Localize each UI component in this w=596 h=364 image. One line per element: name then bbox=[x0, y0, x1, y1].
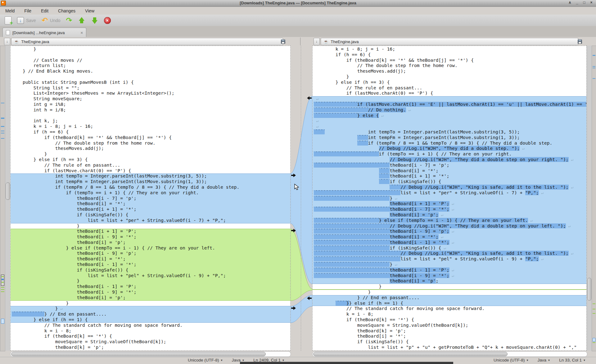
code-line[interactable]: // The standard catch for moving one spa… bbox=[313, 306, 586, 312]
left-horizontal-scrollbar-thumb[interactable] bbox=[11, 352, 266, 356]
code-line[interactable]: list = list + "per" + String.valueOf(i -… bbox=[11, 218, 290, 223]
right-code-pane[interactable]: k = i - 8; j = i - 16; if (h == 6) { if … bbox=[312, 46, 587, 351]
right-vertical-scrollbar[interactable] bbox=[587, 46, 592, 351]
left-file-selector[interactable]: ☕ TheEngine.java bbox=[11, 38, 283, 45]
code-line[interactable]: theBoard[i + 1] = '*'; bbox=[313, 173, 586, 179]
code-line[interactable]: if (theBoard[k] == '*' && theBoard[j] ==… bbox=[11, 135, 290, 141]
code-line[interactable]: if (tempTo == i + 1) { // They are on yo… bbox=[11, 190, 290, 196]
code-line[interactable]: String moveSquare; bbox=[11, 96, 290, 102]
tab-close-icon[interactable]: × bbox=[80, 30, 83, 35]
code-line[interactable]: } // End Black King moves. bbox=[11, 69, 290, 74]
code-line[interactable]: list = list + "per" + String.valueOf(i -… bbox=[313, 190, 586, 196]
code-line[interactable]: } else { ↵ bbox=[313, 113, 586, 119]
diff-chunk-green[interactable]: theBoard[i + 1] = 'P'; theBoard[i - 9] =… bbox=[11, 229, 290, 300]
code-line[interactable]: theBoard[i - 7] = '*'; ↵ bbox=[313, 207, 586, 212]
code-line[interactable]: if (isKingSafe()) { ↵ bbox=[313, 245, 586, 251]
code-line[interactable]: // The rule of en passant... bbox=[11, 163, 290, 168]
code-line[interactable]: if (tempTo == i + 1) { // They are on yo… bbox=[313, 151, 586, 157]
right-pane-menu-button[interactable]: ↓ bbox=[314, 38, 320, 45]
code-line[interactable]: }} else if (h == 1) { bbox=[313, 301, 586, 306]
code-line[interactable]: theBoard[i - 7] = 'p'; bbox=[11, 196, 290, 201]
code-line[interactable]: k = i - 8; j = i - 16; bbox=[11, 124, 290, 129]
menu-meld[interactable]: Meld bbox=[4, 8, 16, 14]
code-line[interactable]: moveSquare = String.valueOf(theBoard[k])… bbox=[11, 339, 290, 345]
code-line[interactable]: theBoard[i - 9] = '*'; bbox=[11, 234, 290, 240]
code-line[interactable]: k = i - 8; j = i - 16; bbox=[313, 47, 586, 52]
code-line[interactable]: k = i - 8; bbox=[313, 312, 586, 317]
left-save-file-button[interactable] bbox=[279, 38, 287, 44]
right-save-file-button[interactable] bbox=[576, 38, 584, 44]
code-line[interactable]: theBoard[i - 1] = '*'; ↵ bbox=[313, 240, 586, 245]
code-line[interactable]: if (theBoard[k] == '*' && theBoard[j] ==… bbox=[313, 58, 586, 63]
menu-edit[interactable]: Edit bbox=[40, 8, 50, 14]
code-line[interactable]: theBoard[i + 1] = '*'; bbox=[11, 207, 290, 212]
code-line[interactable]: } bbox=[313, 284, 586, 290]
code-line[interactable]: theBoard[i] = '*'; bbox=[313, 168, 586, 174]
code-line[interactable]: list = list + "p" + "u" + getPromoteToB … bbox=[313, 345, 586, 350]
menu-file[interactable]: File bbox=[23, 8, 33, 14]
code-line[interactable]: list = list + "pel" + String.valueOf(i -… bbox=[11, 273, 290, 279]
right-horizontal-scrollbar[interactable] bbox=[312, 351, 587, 357]
code-line[interactable]: if (lastMove.charAt(0) == 'P') { bbox=[313, 91, 586, 96]
code-line[interactable]: // Castle moves // bbox=[11, 58, 290, 63]
right-horizontal-scrollbar-thumb[interactable] bbox=[313, 352, 508, 356]
new-comparison-button[interactable] bbox=[3, 16, 13, 25]
left-vertical-scrollbar-thumb[interactable] bbox=[6, 182, 10, 200]
code-line[interactable]: if (tempFm / 8 == 1 && tempTo / 8 == 3) … bbox=[313, 141, 586, 146]
right-language-selector[interactable]: Java ▾ bbox=[538, 358, 550, 362]
code-line[interactable]: // The double step from the home row. bbox=[313, 63, 586, 69]
tab-comparison[interactable]: [Downloads] ...heEngine.java × bbox=[2, 28, 86, 37]
code-line[interactable]: ↵ bbox=[313, 96, 586, 102]
code-line[interactable]: // Debug //Log.i("WJH", "They did a doub… bbox=[313, 223, 586, 229]
code-line[interactable]: } bbox=[11, 47, 290, 52]
right-cursor-position[interactable]: Ln 33, Col 1 ▾ bbox=[559, 358, 585, 362]
code-line[interactable]: theBoard[i - 1] = '*'; bbox=[11, 262, 290, 267]
code-line[interactable]: if (lastMove.charAt(1) == 'E' || lastMov… bbox=[313, 102, 586, 107]
code-line[interactable]: } // End en passant.... bbox=[313, 295, 586, 301]
close-button[interactable]: × bbox=[589, 0, 594, 6]
code-line[interactable]: int tempFm = Integer.parseInt(lastMove.s… bbox=[313, 135, 586, 141]
code-line[interactable]: } bbox=[11, 278, 290, 284]
right-encoding-selector[interactable]: Unicode (UTF-8) ▾ bbox=[494, 358, 528, 362]
code-line[interactable]: theBoard[i + 1] = 'P'; bbox=[11, 229, 290, 234]
code-line[interactable]: moveSquare = String.valueOf(theBoard[k])… bbox=[313, 323, 586, 328]
menu-changes[interactable]: Changes bbox=[57, 8, 77, 14]
code-line[interactable]: } ↵ bbox=[313, 262, 586, 267]
next-change-button[interactable] bbox=[89, 16, 100, 25]
code-line[interactable]: if (h == 6) { bbox=[313, 52, 586, 58]
right-file-selector[interactable]: ☕ TheEngine.java bbox=[321, 38, 578, 45]
code-line[interactable]: theBoard[i] = 'p'; bbox=[313, 278, 586, 284]
redo-button[interactable]: ↷ bbox=[65, 16, 74, 25]
code-line[interactable]: int tempTo = Integer.parseInt(lastMove.s… bbox=[11, 173, 290, 179]
diff-chunk-blue[interactable]: } // End en passant.... }} else if (h ==… bbox=[313, 295, 586, 306]
code-line[interactable]: } bbox=[313, 74, 586, 80]
code-line[interactable] bbox=[11, 52, 290, 58]
code-line[interactable]: } bbox=[11, 223, 290, 229]
code-line[interactable]: theBoard[i - 9] = '*'; ↵ bbox=[313, 273, 586, 279]
code-line[interactable]: if (isKingSafe()) { bbox=[11, 267, 290, 273]
code-line[interactable]: } else if (h == 3) { bbox=[313, 80, 586, 85]
code-line[interactable]: theBoard[i + 1] = 'P'; ↵ bbox=[313, 201, 586, 207]
right-diff-map[interactable] bbox=[592, 46, 596, 351]
left-diff-map[interactable] bbox=[0, 46, 5, 351]
code-line[interactable]: int h = i/8; bbox=[11, 107, 290, 113]
minimize-button[interactable]: _ bbox=[575, 0, 579, 6]
code-line[interactable]: // Do nothing. ↵ bbox=[313, 107, 586, 113]
code-line[interactable]: theBoard[k] = 'p'; bbox=[313, 328, 586, 334]
code-line[interactable]: theBoard[i] = '*'; bbox=[313, 334, 586, 339]
code-line[interactable]: theBoard[i] = '*'; bbox=[11, 256, 290, 262]
diff-chunk-blue[interactable]: int tempTo = Integer.parseInt(lastMove.s… bbox=[11, 173, 290, 223]
maximize-button[interactable]: □ bbox=[582, 0, 586, 6]
undo-button[interactable]: ↶ Undo bbox=[40, 16, 62, 25]
code-line[interactable] bbox=[11, 113, 290, 119]
code-line[interactable]: // The standard catch for moving one spa… bbox=[11, 323, 290, 328]
code-line[interactable]: theBoard[i - 1] = 'P'; ↵ bbox=[313, 267, 586, 273]
stop-button[interactable]: × bbox=[102, 16, 112, 25]
code-line[interactable]: } else if (h == 1) { bbox=[11, 317, 290, 323]
code-line[interactable]: // The rule of en passant... bbox=[313, 85, 586, 91]
code-line[interactable]: theBoard[i] = 'p'; bbox=[11, 240, 290, 245]
code-line[interactable]: } else if (tempTo == i - 1) { // They ar… bbox=[313, 218, 586, 223]
code-line[interactable]: // The double step from the home row. bbox=[11, 141, 290, 146]
code-line[interactable]: if (isKingSafe()) { bbox=[11, 212, 290, 218]
code-line[interactable]: } bbox=[313, 290, 586, 295]
